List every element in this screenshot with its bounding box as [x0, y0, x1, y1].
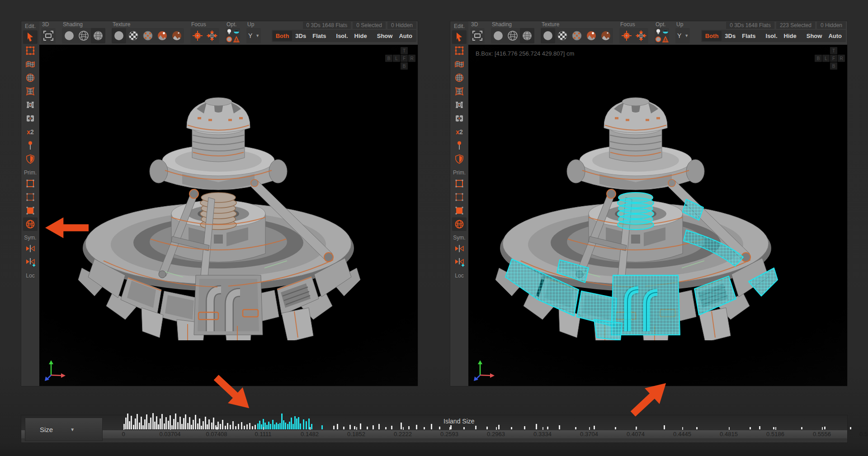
pin-button[interactable] — [452, 139, 467, 152]
hide-button[interactable]: Hide — [781, 31, 800, 41]
flats-button[interactable]: Flats — [309, 31, 329, 41]
focus-all-button[interactable] — [634, 28, 648, 43]
view-cube-front[interactable]: F — [401, 55, 408, 62]
texture-checker-button[interactable] — [126, 28, 141, 43]
view-cube-top[interactable]: T — [401, 47, 408, 54]
orange-sphere-icon[interactable] — [226, 36, 232, 42]
viewport-3d-left[interactable]: T BLFR B — [39, 45, 418, 386]
both-button[interactable]: Both — [702, 31, 722, 41]
view-cube-right[interactable]: R — [838, 55, 845, 62]
lens-icon[interactable] — [233, 28, 240, 35]
primitive-sphere-button[interactable] — [452, 217, 467, 231]
view-cube-left[interactable]: L — [822, 55, 830, 62]
view-cube[interactable]: T BLFR B — [815, 47, 845, 70]
isolate-button[interactable]: Isol. — [333, 31, 351, 41]
view-cube-right[interactable]: R — [408, 55, 415, 62]
histogram-bar — [211, 423, 212, 429]
view-cube-bottom[interactable]: B — [401, 62, 408, 70]
protect-button[interactable] — [452, 152, 467, 166]
pillow-grid-button[interactable] — [452, 85, 467, 98]
hide-button[interactable]: Hide — [351, 31, 370, 41]
shading-shaded-wire-button[interactable] — [520, 28, 534, 43]
texture-none-button[interactable] — [112, 28, 126, 43]
shading-wire-button[interactable] — [505, 28, 520, 43]
light-bulb-icon[interactable] — [655, 28, 661, 35]
texture-grid-button[interactable] — [141, 28, 155, 43]
texture-none-button[interactable] — [541, 28, 555, 43]
marquee-select-button[interactable] — [23, 44, 38, 57]
texture-image-button[interactable] — [584, 28, 599, 43]
clamp-a-button[interactable] — [452, 98, 467, 112]
size-dropdown[interactable]: Size ▼ — [25, 418, 103, 441]
pin-button[interactable] — [23, 139, 38, 152]
prim-section-label: Prim. — [24, 169, 37, 176]
primitive-square-button[interactable] — [452, 177, 467, 190]
symmetry-button[interactable] — [452, 242, 467, 255]
view-cube-bottom[interactable]: B — [830, 62, 837, 70]
primitive-sphere-button[interactable] — [23, 217, 38, 231]
circle-grid-button[interactable] — [23, 71, 38, 85]
texture-grid-button[interactable] — [570, 28, 584, 43]
clamp-b-button[interactable] — [23, 112, 38, 125]
shading-wire-button[interactable] — [76, 28, 91, 43]
shading-shaded-wire-button[interactable] — [91, 28, 105, 43]
orange-sphere-icon[interactable] — [655, 36, 661, 42]
3ds-button[interactable]: 3Ds — [722, 31, 739, 41]
cage-icon[interactable] — [233, 36, 240, 42]
flats-button[interactable]: Flats — [739, 31, 759, 41]
symmetry-add-button[interactable] — [452, 255, 467, 269]
warp-deform-button[interactable] — [452, 57, 467, 71]
left-toolbar-rail: Edit. x2 Prim. Sym. Loc — [21, 21, 40, 386]
focus-all-button[interactable] — [205, 28, 219, 43]
texture-checker-button[interactable] — [555, 28, 570, 43]
pillow-grid-button[interactable] — [23, 85, 38, 98]
x2-button[interactable]: x2 — [452, 125, 467, 139]
view-cube[interactable]: T BLFR B — [385, 47, 415, 70]
view-cube-left[interactable]: L — [393, 55, 400, 62]
focus-selection-button[interactable] — [619, 28, 634, 43]
primitive-square-filled-button[interactable] — [452, 204, 467, 217]
primitive-square-thin-button[interactable] — [23, 190, 38, 204]
frame-3d-button[interactable] — [470, 28, 485, 43]
view-cube-back[interactable]: B — [815, 55, 822, 62]
light-bulb-icon[interactable] — [226, 28, 232, 35]
isolate-button[interactable]: Isol. — [763, 31, 781, 41]
primitive-square-thin-button[interactable] — [452, 190, 467, 204]
select-tool-button[interactable] — [452, 30, 467, 44]
up-axis-dropdown[interactable]: Y ▼ — [246, 28, 261, 43]
cage-icon[interactable] — [662, 36, 669, 42]
texture-image2-button[interactable] — [599, 28, 613, 43]
warp-deform-button[interactable] — [23, 57, 38, 71]
texture-image-button[interactable] — [155, 28, 170, 43]
show-button[interactable]: Show — [374, 31, 396, 41]
clamp-b-button[interactable] — [452, 112, 467, 125]
view-cube-front[interactable]: F — [830, 55, 837, 62]
shading-solid-button[interactable] — [62, 28, 76, 43]
view-cube-back[interactable]: B — [385, 55, 392, 62]
primitive-square-filled-button[interactable] — [23, 204, 38, 217]
frame-3d-button[interactable] — [41, 28, 56, 43]
auto-button[interactable]: Auto — [396, 31, 415, 41]
both-button[interactable]: Both — [273, 31, 292, 41]
show-button[interactable]: Show — [803, 31, 826, 41]
primitive-square-button[interactable] — [23, 177, 38, 190]
view-cube-top[interactable]: T — [830, 47, 837, 54]
clamp-a-button[interactable] — [23, 98, 38, 112]
turret-model-selected[interactable] — [492, 64, 781, 340]
circle-grid-button[interactable] — [452, 71, 467, 85]
protect-button[interactable] — [23, 152, 38, 166]
turret-model[interactable] — [75, 64, 364, 340]
auto-button[interactable]: Auto — [825, 31, 845, 41]
symmetry-button[interactable] — [23, 242, 38, 255]
viewport-3d-right[interactable]: B.Box: [416.776 256.724 429.807] cm T BL… — [468, 45, 847, 386]
symmetry-add-button[interactable] — [23, 255, 38, 269]
focus-selection-button[interactable] — [190, 28, 205, 43]
lens-icon[interactable] — [662, 28, 669, 35]
select-tool-button[interactable] — [23, 30, 38, 44]
texture-image2-button[interactable] — [170, 28, 184, 43]
x2-button[interactable]: x2 — [23, 125, 38, 139]
shading-solid-button[interactable] — [491, 28, 505, 43]
up-axis-dropdown[interactable]: Y ▼ — [675, 28, 690, 43]
3ds-button[interactable]: 3Ds — [292, 31, 309, 41]
marquee-select-button[interactable] — [452, 44, 467, 57]
